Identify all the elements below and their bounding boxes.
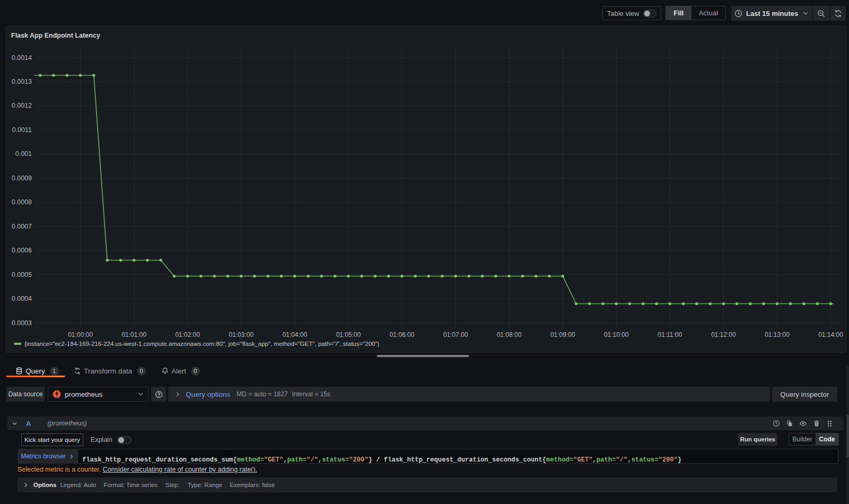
svg-text:01:06:00: 01:06:00 [389, 331, 414, 338]
svg-text:0.0005: 0.0005 [12, 271, 32, 279]
svg-text:01:08:00: 01:08:00 [497, 331, 522, 338]
svg-text:01:00:00: 01:00:00 [68, 331, 93, 338]
svg-text:01:13:00: 01:13:00 [765, 331, 790, 338]
svg-text:01:02:00: 01:02:00 [175, 331, 200, 338]
svg-text:01:11:00: 01:11:00 [658, 331, 682, 338]
svg-text:01:05:00: 01:05:00 [336, 331, 361, 338]
svg-text:0.0008: 0.0008 [12, 198, 32, 206]
svg-text:01:01:00: 01:01:00 [122, 331, 146, 338]
svg-text:01:10:00: 01:10:00 [604, 331, 629, 338]
svg-text:01:07:00: 01:07:00 [443, 331, 468, 338]
svg-text:0.0009: 0.0009 [12, 175, 32, 182]
svg-text:0.0004: 0.0004 [12, 295, 32, 302]
svg-text:0.0014: 0.0014 [12, 54, 32, 62]
svg-text:0.0011: 0.0011 [12, 126, 32, 134]
svg-text:0.0003: 0.0003 [12, 319, 32, 327]
svg-text:01:04:00: 01:04:00 [282, 331, 307, 338]
svg-text:01:03:00: 01:03:00 [229, 331, 254, 338]
svg-text:01:14:00: 01:14:00 [818, 331, 843, 338]
svg-text:01:09:00: 01:09:00 [550, 331, 575, 338]
svg-text:0.0007: 0.0007 [12, 223, 32, 230]
svg-text:0.0006: 0.0006 [12, 247, 32, 254]
svg-text:0.0013: 0.0013 [12, 78, 32, 85]
svg-text:0.0012: 0.0012 [12, 102, 32, 109]
svg-text:0.001: 0.001 [15, 150, 32, 158]
svg-text:01:12:00: 01:12:00 [711, 331, 736, 338]
